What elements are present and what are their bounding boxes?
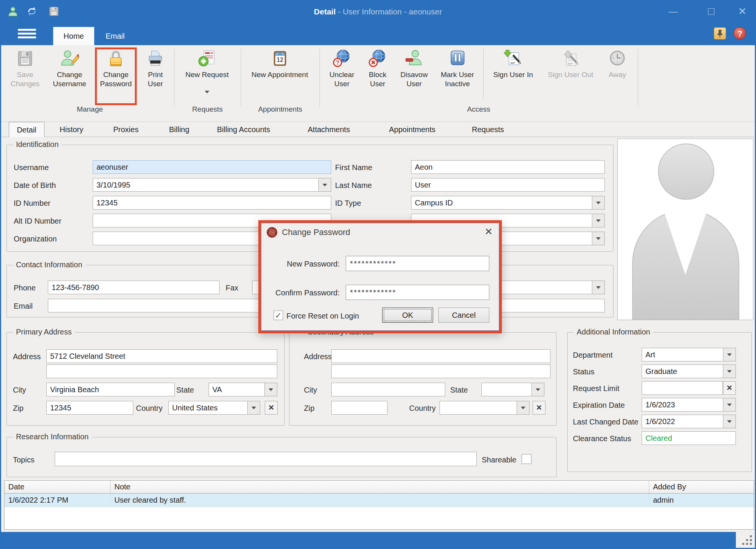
status-dropdown-button[interactable] [723,364,736,378]
window-title-secondary: - User Information - aeonuser [336,7,442,16]
department-combo[interactable]: Art [642,348,736,361]
first-name-input[interactable]: Aeon [411,160,605,174]
column-header-added-by[interactable]: Added By [649,481,754,493]
primary-address-label: Address [13,352,41,361]
shareable-checkbox[interactable] [522,454,531,464]
id-type-combo[interactable]: Campus ID [411,196,605,210]
secondary-state-combo[interactable] [481,383,544,396]
request-limit-input[interactable] [642,381,723,395]
clock-icon [608,49,627,68]
close-button[interactable]: ✕ [732,4,753,19]
primary-address-line1-input[interactable]: 5712 Cleveland Street [46,349,277,363]
secondary-zip-input[interactable] [331,401,387,415]
confirm-password-input[interactable]: ************ [346,285,489,300]
primary-country-dropdown-button[interactable] [247,401,260,415]
pin-icon[interactable] [714,27,726,39]
tab-proxies[interactable]: Proxies [113,122,139,137]
tab-history[interactable]: History [60,122,83,137]
cancel-button[interactable]: Cancel [438,308,489,323]
change-password-dialog-body: Change Password ✕ New Password: ********… [261,223,499,331]
ribbon-button-new-request[interactable]: New Request [180,48,234,102]
last-changed-date-combo[interactable]: 1/6/2022 [642,415,736,428]
primary-zip-label: Zip [13,404,24,413]
secondary-city-input[interactable] [331,383,445,396]
minimize-button[interactable]: — [663,4,683,19]
force-reset-checkbox[interactable]: ✓ [274,311,283,320]
ribbon-button-sign-user-in[interactable]: Sign User In [489,48,537,102]
tab-attachments[interactable]: Attachments [308,122,350,137]
column-header-date[interactable]: Date [5,481,111,493]
table-row[interactable]: 1/6/2022 2:17 PM User cleared by staff. … [5,494,754,507]
ribbon-button-sign-user-out[interactable]: Sign User Out [542,48,599,102]
ribbon-button-mark-user-inactive[interactable]: Mark User Inactive [435,48,480,102]
dialog-close-icon[interactable]: ✕ [484,226,493,238]
last-name-input[interactable]: User [411,178,605,192]
primary-state-dropdown-button[interactable] [264,383,277,396]
phone-input[interactable]: 123-456-7890 [48,281,220,294]
extra-combo-2-dropdown-button[interactable] [592,232,605,245]
tab-requests[interactable]: Requests [472,122,504,137]
tab-appointments[interactable]: Appointments [389,122,435,137]
secondary-country-combo[interactable] [440,401,530,415]
ribbon-button-change-username[interactable]: Change Username [49,48,90,102]
secondary-address-line2-input[interactable] [331,364,550,378]
resize-grip[interactable] [750,543,752,545]
help-icon[interactable]: ? [734,27,746,39]
username-input[interactable]: aeonuser [93,160,331,174]
expiration-dropdown-button[interactable] [723,398,736,412]
primary-city-label: City [13,386,26,394]
ribbon-button-print-user[interactable]: Print User [142,48,169,102]
globe-block-icon [368,49,387,68]
id-number-label: ID Number [14,199,51,208]
ribbon-button-block-user[interactable]: Block User [362,48,393,102]
new-password-input[interactable]: ************ [346,256,489,271]
dob-dropdown-button[interactable] [318,178,331,192]
primary-address-line2-input[interactable] [46,364,277,378]
id-number-input[interactable]: 12345 [93,196,331,210]
primary-state-combo[interactable]: VA [209,383,277,396]
status-combo[interactable]: Graduate [642,364,736,378]
ribbon-button-new-appointment[interactable]: 12 New Appointment [247,48,313,102]
primary-city-input[interactable]: Virginia Beach [46,383,175,396]
primary-country-combo[interactable]: United States [168,401,260,415]
primary-zip-input[interactable]: 12345 [46,401,133,415]
aeon-logo-icon [267,227,277,238]
primary-address-title: Primary Address [13,328,75,336]
first-name-label: First Name [335,163,372,172]
extra-combo-1-dropdown-button[interactable] [592,214,605,227]
secondary-address-line1-input[interactable] [331,349,550,363]
cell-note: User cleared by staff. [111,494,649,507]
last-changed-dropdown-button[interactable] [723,415,736,428]
tab-detail[interactable]: Detail [9,122,44,137]
department-dropdown-button[interactable] [723,348,736,361]
new-request-dropdown-arrow[interactable] [205,91,209,93]
tab-email[interactable]: Email [94,27,136,45]
request-limit-clear-button[interactable]: ✕ [723,381,736,395]
ok-button[interactable]: OK [382,308,433,323]
ribbon-button-disavow-user[interactable]: Disavow User [397,48,432,102]
secondary-country-clear-button[interactable]: ✕ [533,401,546,415]
maximize-button[interactable]: □ [701,4,721,19]
avatar-head [658,144,714,200]
column-header-note[interactable]: Note [111,481,649,493]
secondary-state-dropdown-button[interactable] [531,383,544,396]
secondary-address-label: Address [304,352,332,361]
calendar-icon: 12 [270,49,289,68]
cell-date: 1/6/2022 2:17 PM [5,494,111,507]
fax-dropdown-button[interactable] [592,281,605,294]
id-type-dropdown-button[interactable] [592,196,605,210]
tab-billing-accounts[interactable]: Billing Accounts [217,122,270,137]
ribbon-button-unclear-user[interactable]: ? Unclear User [325,48,359,102]
secondary-country-label: Country [409,404,436,413]
primary-country-clear-button[interactable]: ✕ [265,401,278,415]
expiration-date-combo[interactable]: 1/6/2023 [642,398,736,412]
ribbon-button-away[interactable]: Away [602,48,633,102]
tab-home[interactable]: Home [53,27,94,45]
tab-billing[interactable]: Billing [169,122,189,137]
topics-input[interactable] [55,452,477,466]
ribbon-button-save-changes[interactable]: Save Changes [8,48,42,102]
secondary-country-dropdown-button[interactable] [517,401,530,415]
user-photo [617,139,753,320]
menu-icon[interactable] [18,29,36,39]
dob-input[interactable]: 3/10/1995 [93,178,331,192]
